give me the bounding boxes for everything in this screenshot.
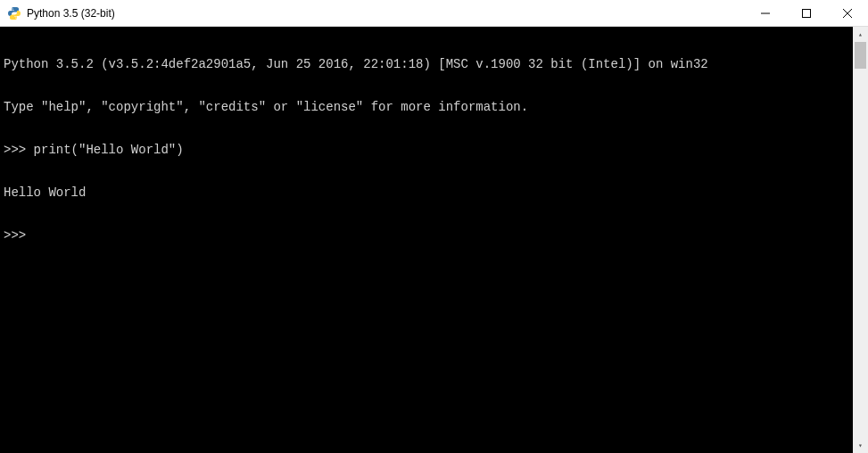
terminal-prompt: >>> [4,228,864,243]
terminal-line: Hello World [4,185,864,200]
window-controls [745,0,868,26]
window-titlebar: Python 3.5 (32-bit) [0,0,868,27]
maximize-button[interactable] [786,0,827,26]
maximize-icon [802,9,811,18]
minimize-button[interactable] [745,0,786,26]
terminal-line: >>> print("Hello World") [4,143,864,157]
scroll-down-arrow-icon[interactable]: ▾ [853,438,868,453]
terminal-area[interactable]: Python 3.5.2 (v3.5.2:4def2a2901a5, Jun 2… [0,27,868,453]
terminal-line: Python 3.5.2 (v3.5.2:4def2a2901a5, Jun 2… [4,57,864,71]
close-button[interactable] [827,0,868,26]
titlebar-left: Python 3.5 (32-bit) [0,6,745,21]
scrollbar-track[interactable] [853,42,868,438]
scrollbar-thumb[interactable] [855,42,866,69]
scroll-up-arrow-icon[interactable]: ▴ [853,27,868,42]
svg-rect-1 [803,9,811,17]
python-icon [7,6,21,21]
vertical-scrollbar[interactable]: ▴ ▾ [853,27,868,453]
close-icon [843,9,852,18]
minimize-icon [761,9,770,18]
terminal-line: Type "help", "copyright", "credits" or "… [4,100,864,114]
window-title: Python 3.5 (32-bit) [27,7,115,20]
